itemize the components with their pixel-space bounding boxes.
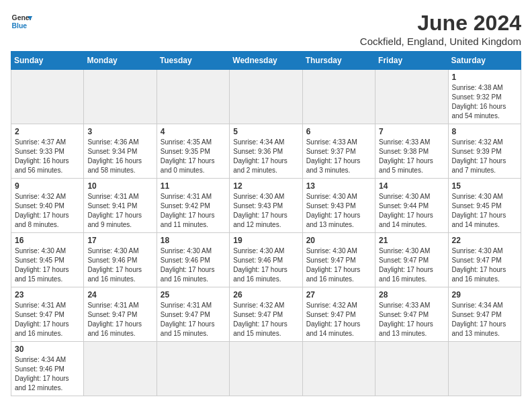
calendar-cell	[375, 70, 448, 124]
cell-info: Sunrise: 4:31 AMSunset: 9:42 PMDaylight:…	[161, 192, 226, 230]
cell-info: Sunrise: 4:32 AMSunset: 9:40 PMDaylight:…	[15, 192, 80, 230]
daylight-text: Daylight: 17 hours and 16 minutes.	[452, 266, 506, 283]
week-row-5: 23Sunrise: 4:31 AMSunset: 9:47 PMDayligh…	[11, 287, 521, 342]
day-number: 15	[452, 181, 517, 191]
day-number: 24	[87, 290, 152, 300]
calendar-cell: 7Sunrise: 4:33 AMSunset: 9:38 PMDaylight…	[375, 124, 448, 179]
sunset-text: Sunset: 9:37 PM	[306, 148, 356, 155]
calendar-cell: 1Sunrise: 4:38 AMSunset: 9:32 PMDaylight…	[448, 70, 521, 124]
calendar-cell	[230, 342, 302, 396]
day-number: 13	[306, 181, 371, 191]
daylight-text: Daylight: 17 hours and 16 minutes.	[379, 266, 433, 283]
cell-info: Sunrise: 4:33 AMSunset: 9:38 PMDaylight:…	[379, 138, 444, 175]
daylight-text: Daylight: 17 hours and 8 minutes.	[15, 212, 69, 228]
sunrise-text: Sunrise: 4:30 AM	[233, 247, 284, 255]
sunset-text: Sunset: 9:47 PM	[161, 311, 210, 318]
daylight-text: Daylight: 17 hours and 14 minutes.	[452, 212, 506, 228]
daylight-text: Daylight: 17 hours and 0 minutes.	[161, 157, 215, 174]
sunset-text: Sunset: 9:46 PM	[15, 365, 64, 373]
calendar-cell: 19Sunrise: 4:30 AMSunset: 9:46 PMDayligh…	[230, 233, 302, 287]
sunrise-text: Sunrise: 4:30 AM	[452, 193, 503, 200]
header-monday: Monday	[84, 52, 157, 70]
sunrise-text: Sunrise: 4:31 AM	[161, 193, 212, 200]
calendar-cell	[302, 342, 375, 396]
calendar-cell: 22Sunrise: 4:30 AMSunset: 9:47 PMDayligh…	[448, 233, 521, 287]
calendar-cell	[448, 342, 521, 396]
month-title: June 2024	[360, 11, 521, 36]
calendar-cell	[11, 70, 84, 124]
calendar-cell: 17Sunrise: 4:30 AMSunset: 9:46 PMDayligh…	[84, 233, 157, 287]
sunrise-text: Sunrise: 4:37 AM	[15, 138, 66, 146]
cell-info: Sunrise: 4:30 AMSunset: 9:46 PMDaylight:…	[233, 246, 298, 284]
cell-info: Sunrise: 4:30 AMSunset: 9:45 PMDaylight:…	[15, 246, 80, 284]
daylight-text: Daylight: 17 hours and 16 minutes.	[15, 320, 69, 337]
daylight-text: Daylight: 17 hours and 16 minutes.	[87, 320, 142, 337]
sunset-text: Sunset: 9:47 PM	[87, 311, 137, 318]
calendar-cell	[84, 342, 157, 396]
logo: General Blue	[11, 11, 32, 32]
daylight-text: Daylight: 17 hours and 16 minutes.	[87, 266, 142, 283]
day-number: 3	[87, 127, 152, 136]
sunrise-text: Sunrise: 4:31 AM	[87, 193, 138, 200]
sunset-text: Sunset: 9:47 PM	[306, 257, 356, 264]
sunset-text: Sunset: 9:47 PM	[379, 257, 429, 264]
cell-info: Sunrise: 4:32 AMSunset: 9:47 PMDaylight:…	[233, 301, 298, 338]
calendar-cell: 4Sunrise: 4:35 AMSunset: 9:35 PMDaylight…	[157, 124, 229, 179]
cell-info: Sunrise: 4:30 AMSunset: 9:47 PMDaylight:…	[379, 246, 444, 284]
day-number: 2	[15, 127, 80, 136]
header-friday: Friday	[375, 52, 448, 70]
sunrise-text: Sunrise: 4:31 AM	[87, 302, 138, 309]
weekday-header-row: Sunday Monday Tuesday Wednesday Thursday…	[11, 52, 521, 70]
calendar-cell: 26Sunrise: 4:32 AMSunset: 9:47 PMDayligh…	[230, 287, 302, 342]
daylight-text: Daylight: 17 hours and 15 minutes.	[15, 266, 69, 283]
svg-text:Blue: Blue	[12, 22, 28, 30]
sunset-text: Sunset: 9:47 PM	[452, 257, 502, 264]
sunset-text: Sunset: 9:44 PM	[379, 202, 429, 210]
day-number: 12	[233, 181, 298, 191]
day-number: 28	[379, 290, 444, 300]
daylight-text: Daylight: 17 hours and 5 minutes.	[379, 157, 433, 174]
day-number: 21	[379, 236, 444, 245]
cell-info: Sunrise: 4:30 AMSunset: 9:44 PMDaylight:…	[379, 192, 444, 230]
header-tuesday: Tuesday	[157, 52, 229, 70]
sunset-text: Sunset: 9:38 PM	[379, 148, 429, 155]
sunset-text: Sunset: 9:35 PM	[161, 148, 210, 155]
sunset-text: Sunset: 9:33 PM	[15, 148, 64, 155]
header: General Blue June 2024 Cockfield, Englan…	[11, 11, 521, 47]
calendar-cell: 21Sunrise: 4:30 AMSunset: 9:47 PMDayligh…	[375, 233, 448, 287]
day-number: 11	[161, 181, 226, 191]
sunset-text: Sunset: 9:46 PM	[233, 257, 283, 264]
calendar-cell: 13Sunrise: 4:30 AMSunset: 9:43 PMDayligh…	[302, 179, 375, 233]
cell-info: Sunrise: 4:30 AMSunset: 9:47 PMDaylight:…	[306, 246, 371, 284]
calendar-cell: 27Sunrise: 4:32 AMSunset: 9:47 PMDayligh…	[302, 287, 375, 342]
calendar-cell: 9Sunrise: 4:32 AMSunset: 9:40 PMDaylight…	[11, 179, 84, 233]
calendar-cell: 25Sunrise: 4:31 AMSunset: 9:47 PMDayligh…	[157, 287, 229, 342]
daylight-text: Daylight: 17 hours and 9 minutes.	[87, 212, 142, 228]
sunset-text: Sunset: 9:42 PM	[161, 202, 210, 210]
sunrise-text: Sunrise: 4:31 AM	[15, 302, 66, 309]
title-area: June 2024 Cockfield, England, United Kin…	[360, 11, 521, 47]
sunset-text: Sunset: 9:47 PM	[15, 311, 64, 318]
calendar-table: Sunday Monday Tuesday Wednesday Thursday…	[11, 51, 521, 396]
daylight-text: Daylight: 17 hours and 16 minutes.	[161, 266, 215, 283]
daylight-text: Daylight: 17 hours and 13 minutes.	[452, 320, 506, 337]
daylight-text: Daylight: 16 hours and 56 minutes.	[15, 157, 69, 174]
sunset-text: Sunset: 9:43 PM	[233, 202, 283, 210]
sunrise-text: Sunrise: 4:36 AM	[87, 138, 138, 146]
sunset-text: Sunset: 9:45 PM	[15, 257, 64, 264]
calendar-cell: 30Sunrise: 4:34 AMSunset: 9:46 PMDayligh…	[11, 342, 84, 396]
calendar-cell: 10Sunrise: 4:31 AMSunset: 9:41 PMDayligh…	[84, 179, 157, 233]
cell-info: Sunrise: 4:30 AMSunset: 9:43 PMDaylight:…	[306, 192, 371, 230]
daylight-text: Daylight: 17 hours and 14 minutes.	[306, 320, 361, 337]
sunset-text: Sunset: 9:47 PM	[379, 311, 429, 318]
sunset-text: Sunset: 9:32 PM	[452, 93, 502, 101]
cell-info: Sunrise: 4:34 AMSunset: 9:46 PMDaylight:…	[15, 355, 80, 393]
calendar-cell: 15Sunrise: 4:30 AMSunset: 9:45 PMDayligh…	[448, 179, 521, 233]
calendar-cell: 23Sunrise: 4:31 AMSunset: 9:47 PMDayligh…	[11, 287, 84, 342]
daylight-text: Daylight: 17 hours and 13 minutes.	[306, 212, 361, 228]
cell-info: Sunrise: 4:32 AMSunset: 9:39 PMDaylight:…	[452, 138, 517, 175]
cell-info: Sunrise: 4:30 AMSunset: 9:43 PMDaylight:…	[233, 192, 298, 230]
generalblue-logo-icon: General Blue	[11, 11, 32, 32]
calendar-cell	[302, 70, 375, 124]
cell-info: Sunrise: 4:30 AMSunset: 9:46 PMDaylight:…	[161, 246, 226, 284]
